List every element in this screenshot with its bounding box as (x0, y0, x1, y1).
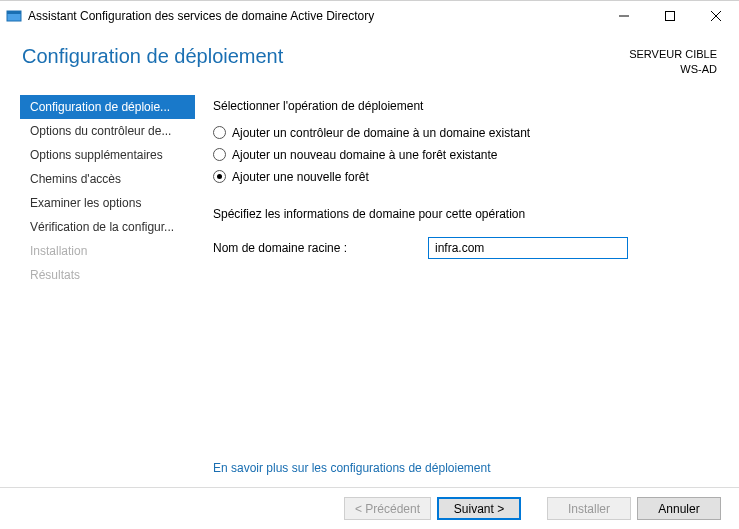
radio-icon (213, 148, 226, 161)
svg-rect-3 (666, 12, 675, 21)
wizard-steps-sidebar: Configuration de déploie... Options du c… (0, 95, 195, 487)
root-domain-input[interactable] (428, 237, 628, 259)
step-results: Résultats (20, 263, 195, 287)
radio-label: Ajouter un nouveau domaine à une forêt e… (232, 148, 498, 162)
main-panel: Sélectionner l'opération de déploiement … (195, 95, 739, 487)
app-icon (6, 8, 22, 24)
cancel-button[interactable]: Annuler (637, 497, 721, 520)
install-button: Installer (547, 497, 631, 520)
maximize-button[interactable] (647, 1, 693, 31)
more-info-link[interactable]: En savoir plus sur les configurations de… (213, 461, 717, 487)
root-domain-row: Nom de domaine racine : (213, 237, 717, 259)
step-prereq-check[interactable]: Vérification de la configur... (20, 215, 195, 239)
window-controls (601, 1, 739, 31)
radio-add-domain-existing-forest[interactable]: Ajouter un nouveau domaine à une forêt e… (213, 145, 717, 165)
radio-icon (213, 126, 226, 139)
window-title: Assistant Configuration des services de … (28, 9, 601, 23)
step-deployment-config[interactable]: Configuration de déploie... (20, 95, 195, 119)
target-server-label: SERVEUR CIBLE (629, 47, 717, 62)
previous-button: < Précédent (344, 497, 431, 520)
step-paths[interactable]: Chemins d'accès (20, 167, 195, 191)
wizard-window: Assistant Configuration des services de … (0, 0, 739, 529)
radio-label: Ajouter un contrôleur de domaine à un do… (232, 126, 530, 140)
svg-rect-1 (7, 11, 21, 14)
root-domain-label: Nom de domaine racine : (213, 241, 428, 255)
target-server-name: WS-AD (629, 62, 717, 77)
titlebar: Assistant Configuration des services de … (0, 1, 739, 31)
minimize-button[interactable] (601, 1, 647, 31)
radio-label: Ajouter une nouvelle forêt (232, 170, 369, 184)
radio-add-new-forest[interactable]: Ajouter une nouvelle forêt (213, 167, 717, 187)
radio-add-dc-existing-domain[interactable]: Ajouter un contrôleur de domaine à un do… (213, 123, 717, 143)
radio-icon (213, 170, 226, 183)
step-installation: Installation (20, 239, 195, 263)
step-dc-options[interactable]: Options du contrôleur de... (20, 119, 195, 143)
body: Configuration de déploie... Options du c… (0, 83, 739, 487)
specify-prompt: Spécifiez les informations de domaine po… (213, 207, 717, 221)
footer-buttons: < Précédent Suivant > Installer Annuler (0, 487, 739, 529)
page-title: Configuration de déploiement (22, 45, 629, 68)
next-button[interactable]: Suivant > (437, 497, 521, 520)
step-additional-options[interactable]: Options supplémentaires (20, 143, 195, 167)
operation-prompt: Sélectionner l'opération de déploiement (213, 99, 717, 113)
close-button[interactable] (693, 1, 739, 31)
header-row: Configuration de déploiement SERVEUR CIB… (0, 31, 739, 83)
target-server-block: SERVEUR CIBLE WS-AD (629, 45, 717, 77)
step-review-options[interactable]: Examiner les options (20, 191, 195, 215)
